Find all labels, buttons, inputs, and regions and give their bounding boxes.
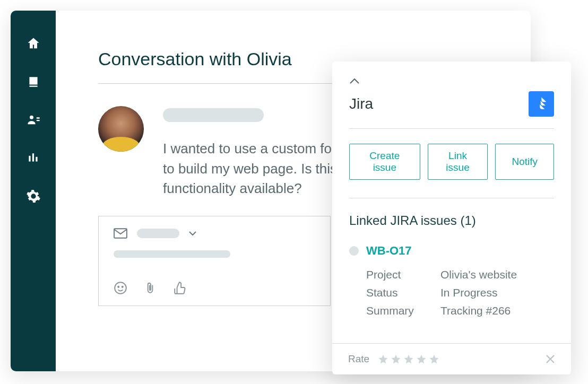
channel-placeholder	[137, 229, 179, 238]
star-icon[interactable]	[403, 354, 414, 364]
project-label: Project	[366, 268, 440, 281]
svg-point-3	[122, 286, 123, 287]
star-icon[interactable]	[429, 354, 439, 364]
emoji-icon[interactable]	[114, 281, 127, 295]
collapse-chevron-icon[interactable]	[349, 77, 360, 85]
attachment-icon[interactable]	[143, 281, 157, 295]
jira-header: Jira	[349, 91, 554, 129]
jira-panel: Jira Create issue Link issue Notify Link…	[332, 62, 571, 374]
star-rating[interactable]	[378, 354, 439, 364]
home-icon[interactable]	[26, 36, 41, 51]
summary-label: Summary	[366, 304, 440, 317]
jira-logo-icon	[529, 91, 554, 117]
create-issue-button[interactable]: Create issue	[349, 144, 420, 180]
issue-details: Project Olivia's website Status In Progr…	[349, 268, 554, 317]
svg-point-1	[115, 282, 126, 294]
star-icon[interactable]	[378, 354, 388, 364]
analytics-icon[interactable]	[26, 151, 41, 165]
status-label: Status	[366, 286, 440, 299]
detail-project: Project Olivia's website	[366, 268, 554, 281]
star-icon[interactable]	[391, 354, 401, 364]
rate-label: Rate	[348, 353, 369, 365]
rate-bar: Rate	[332, 343, 571, 374]
inbox-icon[interactable]	[26, 74, 41, 89]
project-value: Olivia's website	[440, 268, 517, 281]
chevron-down-icon[interactable]	[189, 231, 196, 236]
star-icon[interactable]	[416, 354, 427, 364]
svg-point-2	[118, 286, 119, 287]
status-dot-icon	[349, 246, 359, 256]
contacts-icon[interactable]	[26, 112, 41, 127]
reply-text-placeholder	[114, 250, 230, 258]
detail-status: Status In Progress	[366, 286, 554, 299]
close-icon[interactable]	[546, 354, 555, 364]
sender-name-placeholder	[163, 108, 264, 122]
message-text: I wanted to use a custom font to build m…	[163, 139, 354, 199]
settings-icon[interactable]	[26, 189, 41, 204]
composer-toolbar	[114, 281, 315, 295]
mail-icon	[114, 228, 127, 239]
summary-value: Tracking #266	[440, 304, 511, 317]
thumbs-up-icon[interactable]	[173, 281, 187, 295]
jira-title: Jira	[349, 95, 373, 112]
linked-issues-heading: Linked JIRA issues (1)	[349, 213, 554, 228]
jira-actions: Create issue Link issue Notify	[349, 144, 554, 198]
composer-channel-row	[114, 228, 315, 239]
issue-id[interactable]: WB-O17	[366, 244, 412, 258]
reply-composer[interactable]	[98, 216, 331, 306]
status-value: In Progress	[440, 286, 497, 299]
notify-button[interactable]: Notify	[495, 144, 554, 180]
avatar[interactable]	[98, 106, 144, 152]
detail-summary: Summary Tracking #266	[366, 304, 554, 317]
issue-row[interactable]: WB-O17	[349, 244, 554, 258]
sidebar	[11, 11, 56, 371]
link-issue-button[interactable]: Link issue	[428, 144, 488, 180]
